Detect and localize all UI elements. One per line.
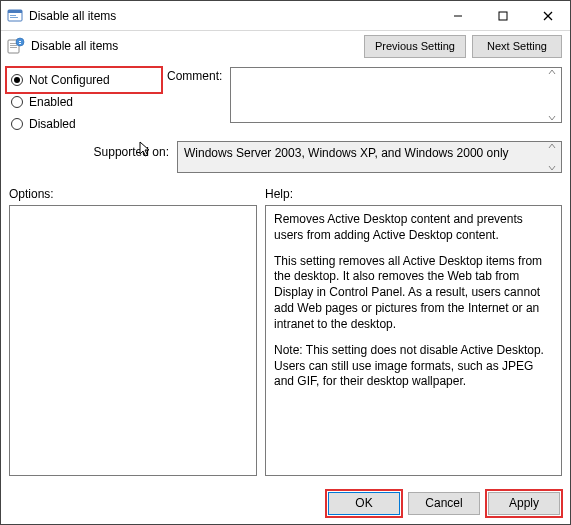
svg-rect-2 bbox=[10, 15, 16, 16]
highlight-not-configured: Not Configured bbox=[5, 66, 163, 94]
radio-dot-icon bbox=[11, 118, 23, 130]
radio-label: Not Configured bbox=[29, 73, 110, 87]
supported-on-box: Windows Server 2003, Windows XP, and Win… bbox=[177, 141, 562, 173]
close-button[interactable] bbox=[525, 1, 570, 30]
radio-enabled[interactable]: Enabled bbox=[9, 91, 159, 113]
svg-rect-5 bbox=[499, 12, 507, 20]
apply-button[interactable]: Apply bbox=[488, 492, 560, 515]
comment-label: Comment: bbox=[167, 65, 222, 83]
pane-labels: Options: Help: bbox=[9, 187, 562, 201]
help-paragraph: Removes Active Desktop content and preve… bbox=[274, 212, 553, 244]
app-icon bbox=[7, 8, 23, 24]
supported-on-text: Windows Server 2003, Windows XP, and Win… bbox=[184, 146, 509, 160]
scroll-down-icon[interactable] bbox=[544, 165, 560, 171]
comment-textarea[interactable] bbox=[230, 67, 562, 123]
system-buttons bbox=[435, 1, 570, 30]
state-radios: Not Configured Enabled Disabled bbox=[9, 65, 159, 135]
dialog-body: Not Configured Enabled Disabled Comment: bbox=[1, 61, 570, 482]
radio-label: Disabled bbox=[29, 117, 76, 131]
radio-dot-icon bbox=[11, 74, 23, 86]
scroll-up-icon[interactable] bbox=[544, 143, 560, 149]
window-title: Disable all items bbox=[29, 9, 435, 23]
radio-dot-icon bbox=[11, 96, 23, 108]
radio-label: Enabled bbox=[29, 95, 73, 109]
titlebar: Disable all items bbox=[1, 1, 570, 31]
cancel-button[interactable]: Cancel bbox=[408, 492, 480, 515]
ok-button[interactable]: OK bbox=[328, 492, 400, 515]
radio-not-configured[interactable]: Not Configured bbox=[9, 69, 159, 91]
minimize-button[interactable] bbox=[435, 1, 480, 30]
svg-rect-3 bbox=[10, 17, 18, 18]
scroll-down-icon[interactable] bbox=[544, 115, 560, 121]
svg-rect-11 bbox=[10, 47, 17, 48]
supported-row: Supported on: Windows Server 2003, Windo… bbox=[9, 141, 562, 173]
supported-label-text: Supported on: bbox=[94, 145, 169, 159]
scroll-up-icon[interactable] bbox=[544, 69, 560, 75]
help-label: Help: bbox=[265, 187, 562, 201]
svg-rect-10 bbox=[10, 45, 17, 46]
svg-rect-14 bbox=[19, 43, 21, 44]
radio-disabled[interactable]: Disabled bbox=[9, 113, 159, 135]
options-pane[interactable] bbox=[9, 205, 257, 476]
panes: Removes Active Desktop content and preve… bbox=[9, 205, 562, 476]
help-paragraph: This setting removes all Active Desktop … bbox=[274, 254, 553, 333]
svg-rect-13 bbox=[19, 41, 21, 42]
help-paragraph: Note: This setting does not disable Acti… bbox=[274, 343, 553, 390]
policy-icon bbox=[7, 37, 25, 55]
dialog-footer: OK Cancel Apply bbox=[1, 482, 570, 524]
subheader: Disable all items Previous Setting Next … bbox=[1, 31, 570, 61]
policy-title: Disable all items bbox=[31, 39, 358, 53]
next-setting-button[interactable]: Next Setting bbox=[472, 35, 562, 58]
dialog-window: Disable all items Disab bbox=[0, 0, 571, 525]
help-pane[interactable]: Removes Active Desktop content and preve… bbox=[265, 205, 562, 476]
svg-rect-1 bbox=[8, 10, 22, 13]
supported-label: Supported on: bbox=[9, 141, 169, 173]
maximize-button[interactable] bbox=[480, 1, 525, 30]
previous-setting-button[interactable]: Previous Setting bbox=[364, 35, 466, 58]
options-label: Options: bbox=[9, 187, 257, 201]
top-area: Not Configured Enabled Disabled Comment: bbox=[9, 65, 562, 135]
